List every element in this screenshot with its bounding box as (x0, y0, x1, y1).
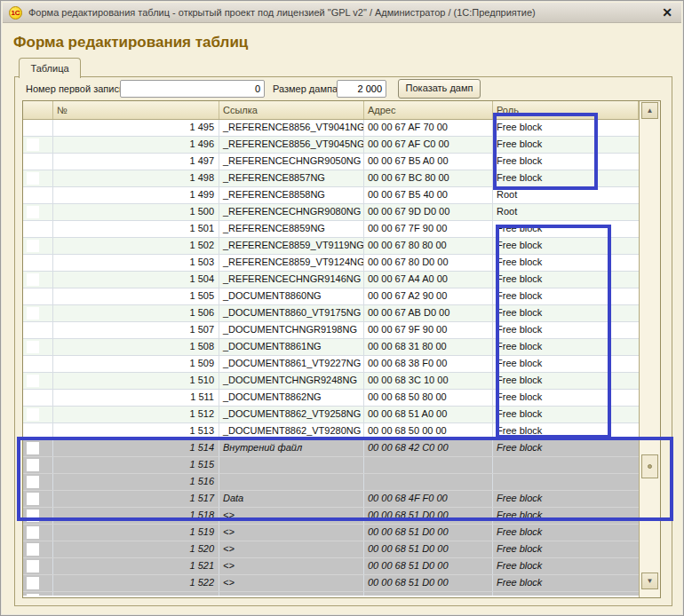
cell-link: <> (219, 525, 364, 541)
cell-addr: 00 00 67 7F 90 00 (364, 221, 493, 237)
cell-marker (23, 238, 53, 254)
cell-num: 1 497 (53, 154, 219, 170)
cell-addr: 00 00 68 51 D0 00 (364, 575, 493, 591)
row-marker (27, 577, 39, 589)
cell-addr: 00 00 68 51 D0 00 (364, 541, 493, 557)
cell-addr (364, 592, 493, 596)
cell-addr: 00 00 68 38 F0 00 (364, 356, 493, 372)
cell-role: Free block (493, 541, 639, 557)
table-row[interactable]: 1 520<>00 00 68 51 D0 00Free block (23, 541, 639, 558)
cell-marker (23, 305, 53, 321)
cell-marker (23, 272, 53, 288)
row-marker (27, 526, 39, 539)
cell-num: 1 502 (53, 238, 219, 254)
cell-num: 1 507 (53, 322, 219, 338)
cell-marker (23, 204, 53, 220)
row-marker (27, 172, 39, 185)
cell-role: Free block (493, 525, 639, 541)
row-marker (27, 543, 39, 556)
cell-link: _DOCUMENT8860_VT9175NG (219, 305, 364, 321)
table-row[interactable]: 1 519<>00 00 68 51 D0 00Free block (23, 525, 639, 541)
cell-addr: 00 00 68 51 D0 00 (364, 525, 493, 541)
table-row[interactable] (23, 592, 639, 596)
cell-marker (23, 407, 53, 423)
page-title: Форма редактирования таблиц (13, 34, 248, 51)
row-marker (27, 257, 39, 269)
tab-table[interactable]: Таблица (19, 58, 81, 78)
vertical-scrollbar[interactable]: ▲ ▼ (639, 101, 660, 597)
annotation-box (17, 437, 673, 521)
cell-num: 1 508 (53, 339, 219, 355)
header-addr[interactable]: Адрес (364, 101, 493, 119)
cell-num: 1 495 (53, 120, 219, 136)
row-marker (27, 594, 39, 596)
table-row[interactable]: 1 522<>00 00 68 51 D0 00Free block (23, 575, 639, 592)
scroll-up-icon[interactable]: ▲ (641, 102, 658, 119)
scroll-down-icon[interactable]: ▼ (641, 573, 658, 589)
row-marker (27, 408, 39, 421)
cell-role (493, 592, 639, 596)
cell-marker (23, 339, 53, 355)
row-marker (27, 240, 39, 252)
show-dump-button[interactable]: Показать дамп (398, 79, 481, 99)
cell-link: <> (219, 558, 364, 574)
first-record-label: Номер первой записи: (26, 80, 127, 98)
header-link[interactable]: Ссылка (219, 101, 364, 119)
cell-marker (23, 356, 53, 372)
row-marker (27, 206, 39, 218)
row-marker (27, 138, 39, 151)
cell-num: 1 519 (53, 525, 219, 541)
dump-size-input[interactable]: 2 000 (337, 80, 386, 98)
close-icon[interactable]: ✕ (659, 5, 675, 20)
row-marker (27, 324, 39, 336)
cell-num: 1 506 (53, 305, 219, 321)
cell-role: Root (493, 204, 639, 220)
cell-marker (23, 575, 53, 591)
cell-addr: 00 00 68 50 80 00 (364, 390, 493, 406)
cell-link: _DOCUMENTCHNGR9198NG (219, 322, 364, 338)
cell-link: _REFERENCECHNGR9146NG (219, 272, 364, 288)
cell-num: 1 510 (53, 373, 219, 389)
cell-num (53, 592, 219, 596)
cell-marker (23, 221, 53, 237)
cell-link: _REFERENCE8856_VT9041NG (219, 120, 364, 136)
cell-num: 1 521 (53, 558, 219, 574)
cell-marker (23, 373, 53, 389)
cell-addr: 00 00 67 A4 A0 00 (364, 272, 493, 288)
window-title: Форма редактирования таблиц - открытый п… (28, 7, 653, 18)
cell-addr: 00 00 67 A2 90 00 (364, 288, 493, 304)
cell-marker (23, 322, 53, 338)
cell-addr: 00 00 68 51 D0 00 (364, 558, 493, 574)
cell-marker (23, 170, 53, 186)
row-marker (27, 391, 39, 404)
cell-link: _DOCUMENT8860NG (219, 288, 364, 304)
cell-marker (23, 525, 53, 541)
cell-num: 1 501 (53, 221, 219, 237)
table-row[interactable]: 1 500_REFERENCECHNGR9080NG00 00 67 9D D0… (23, 204, 639, 221)
cell-marker (23, 255, 53, 271)
cell-marker (23, 187, 53, 203)
cell-addr: 00 00 67 BC 80 00 (364, 170, 493, 186)
cell-num: 1 503 (53, 255, 219, 271)
row-marker (27, 122, 39, 134)
cell-link: _REFERENCE8857NG (219, 170, 364, 186)
dump-size-label: Размер дампа: (273, 80, 340, 98)
cell-num: 1 504 (53, 272, 219, 288)
cell-addr: 00 00 67 B5 40 00 (364, 187, 493, 203)
cell-addr: 00 00 67 9D D0 00 (364, 204, 493, 220)
cell-marker (23, 390, 53, 406)
cell-role: Free block (493, 558, 639, 574)
cell-link: <> (219, 575, 364, 591)
table-row[interactable]: 1 521<>00 00 68 51 D0 00Free block (23, 558, 639, 575)
annotation-box (493, 113, 598, 190)
header-marker-column[interactable] (23, 101, 53, 119)
cell-addr: 00 00 67 AF C0 00 (364, 137, 493, 153)
header-num[interactable]: № (53, 101, 219, 119)
cell-marker (23, 592, 53, 596)
first-record-input[interactable]: 0 (120, 80, 265, 98)
cell-addr: 00 00 67 80 80 00 (364, 238, 493, 254)
cell-num: 1 505 (53, 288, 219, 304)
cell-link: _DOCUMENT8861NG (219, 339, 364, 355)
cell-num: 1 498 (53, 170, 219, 186)
cell-link: _REFERENCE8859NG (219, 221, 364, 237)
